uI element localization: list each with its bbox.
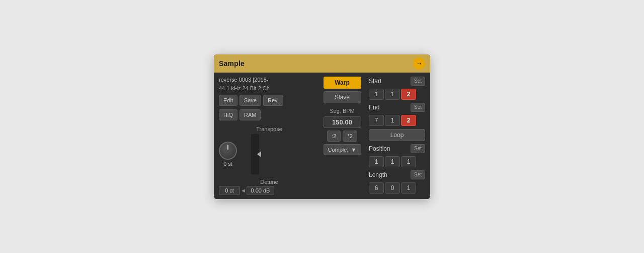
seg-bpm-label: Seg. BPM (330, 108, 355, 114)
complex-dropdown-icon: ▼ (351, 147, 357, 153)
loop-button[interactable]: Loop (369, 129, 425, 141)
end-v3[interactable]: 2 (401, 115, 416, 126)
start-v2[interactable]: 1 (385, 89, 400, 100)
bpm-buttons: :2 *2 (327, 131, 357, 142)
warp-button[interactable]: Warp (324, 77, 361, 89)
complex-button[interactable]: Comple: ▼ (324, 144, 361, 155)
detune-section: Detune ◀ (219, 179, 319, 195)
button-row-2: HiQ RAM (219, 109, 319, 120)
panel-title: Sample (219, 59, 245, 68)
pos-v3[interactable]: 1 (401, 156, 416, 167)
len-v2[interactable]: 0 (385, 182, 400, 194)
file-info: 44.1 kHz 24 Bit 2 Ch (219, 85, 319, 91)
rev-button[interactable]: Rev. (263, 95, 283, 106)
detune-ct-input[interactable] (219, 186, 240, 195)
middle-column: Warp Slave Seg. BPM :2 *2 Comple: ▼ (319, 77, 365, 195)
start-v1[interactable]: 1 (369, 89, 384, 100)
end-set-button[interactable]: Set (411, 103, 425, 112)
slave-button[interactable]: Slave (324, 91, 361, 103)
sample-panel: Sample → reverse 0003 [2018- 44.1 kHz 24… (214, 54, 430, 199)
position-row: Position Set (369, 144, 425, 153)
edit-button[interactable]: Edit (219, 95, 237, 106)
end-label: End (369, 104, 379, 111)
end-v2[interactable]: 1 (385, 115, 400, 126)
position-set-button[interactable]: Set (411, 144, 425, 153)
file-name: reverse 0003 [2018- (219, 77, 319, 83)
bpm-double-button[interactable]: *2 (343, 131, 357, 142)
start-number-row: 1 1 2 (369, 89, 425, 100)
start-set-button[interactable]: Set (411, 77, 425, 86)
ram-button[interactable]: RAM (239, 109, 261, 120)
transpose-section: Transpose 0 st (219, 126, 319, 174)
transpose-value: 0 st (223, 161, 232, 167)
transpose-knob-container: 0 st (219, 142, 237, 167)
len-v1[interactable]: 6 (369, 182, 384, 194)
length-set-button[interactable]: Set (411, 170, 425, 179)
length-row: Length Set (369, 170, 425, 179)
slider-thumb (257, 151, 261, 157)
left-column: reverse 0003 [2018- 44.1 kHz 24 Bit 2 Ch… (219, 77, 319, 195)
bpm-input[interactable] (324, 116, 361, 128)
transpose-slider[interactable] (251, 134, 259, 174)
bpm-half-button[interactable]: :2 (327, 131, 341, 142)
len-v3[interactable]: 1 (401, 182, 416, 194)
save-button[interactable]: Save (239, 95, 261, 106)
pos-v1[interactable]: 1 (369, 156, 384, 167)
position-number-row: 1 1 1 (369, 156, 425, 167)
transpose-knob[interactable] (219, 142, 237, 160)
hiq-button[interactable]: HiQ (219, 109, 237, 120)
end-row: End Set (369, 103, 425, 112)
position-label: Position (369, 145, 390, 152)
button-row-1: Edit Save Rev. (219, 95, 319, 106)
detune-arrow-icon[interactable]: ◀ (242, 188, 245, 193)
pos-v2[interactable]: 1 (385, 156, 400, 167)
start-row: Start Set (369, 77, 425, 86)
transpose-label: Transpose (219, 126, 319, 132)
length-label: Length (369, 171, 387, 178)
right-column: Start Set 1 1 2 End Set 7 1 2 Loop (365, 77, 425, 195)
panel-header: Sample → (214, 54, 430, 73)
end-v1[interactable]: 7 (369, 115, 384, 126)
complex-label: Comple: (328, 147, 349, 153)
start-label: Start (369, 78, 381, 85)
length-number-row: 6 0 1 (369, 182, 425, 194)
detune-label: Detune (219, 179, 319, 185)
panel-body: reverse 0003 [2018- 44.1 kHz 24 Bit 2 Ch… (214, 73, 430, 199)
detune-row: ◀ (219, 186, 319, 195)
start-v3[interactable]: 2 (401, 89, 416, 100)
detune-db-input[interactable] (247, 186, 274, 195)
end-number-row: 7 1 2 (369, 115, 425, 126)
arrow-button[interactable]: → (413, 57, 425, 70)
